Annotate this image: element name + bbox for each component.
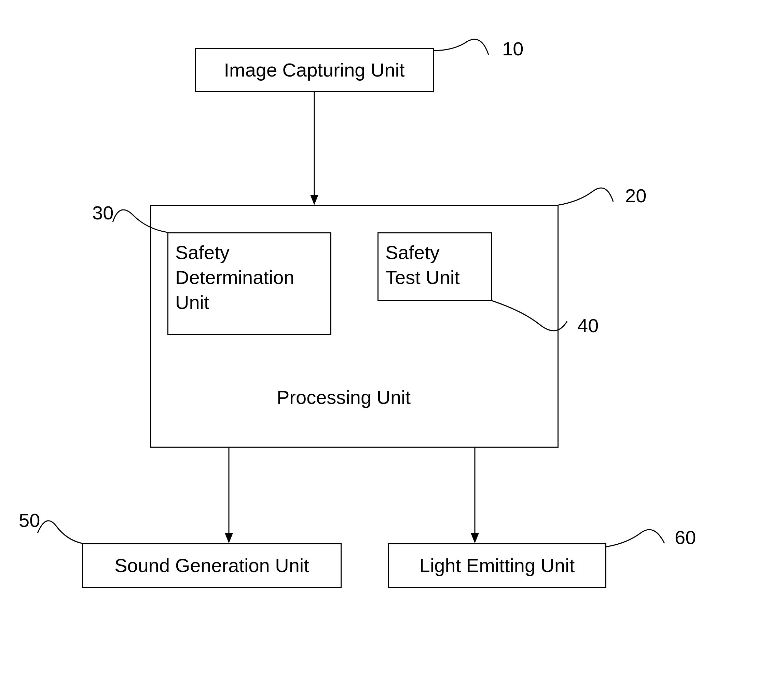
processing-label: Processing Unit — [277, 386, 411, 408]
leader-10 — [434, 38, 502, 65]
sound-generation-box: Sound Generation Unit — [82, 543, 342, 588]
ref-60: 60 — [675, 526, 696, 548]
safety-test-label: Safety Test Unit — [385, 240, 484, 290]
connector-capturing-to-processing — [308, 92, 321, 205]
ref-40: 40 — [577, 314, 599, 337]
light-emitting-label: Light Emitting Unit — [419, 553, 575, 578]
light-emitting-box: Light Emitting Unit — [388, 543, 606, 588]
ref-50: 50 — [19, 509, 40, 531]
safety-determination-box: Safety Determination Unit — [167, 232, 332, 335]
ref-20: 20 — [625, 184, 646, 207]
sound-generation-label: Sound Generation Unit — [115, 553, 309, 578]
svg-marker-5 — [471, 533, 479, 543]
leader-40 — [492, 301, 577, 342]
image-capturing-label: Image Capturing Unit — [224, 58, 404, 83]
leader-60 — [606, 519, 675, 560]
svg-marker-1 — [310, 195, 318, 205]
connector-processing-to-light — [468, 448, 482, 543]
ref-30: 30 — [92, 201, 113, 224]
safety-determination-label: Safety Determination Unit — [175, 240, 324, 315]
leader-20 — [559, 181, 627, 208]
ref-10: 10 — [502, 38, 523, 60]
image-capturing-unit-box: Image Capturing Unit — [195, 48, 434, 92]
safety-test-box: Safety Test Unit — [377, 232, 492, 301]
svg-marker-3 — [225, 533, 233, 543]
connector-processing-to-sound — [222, 448, 236, 543]
